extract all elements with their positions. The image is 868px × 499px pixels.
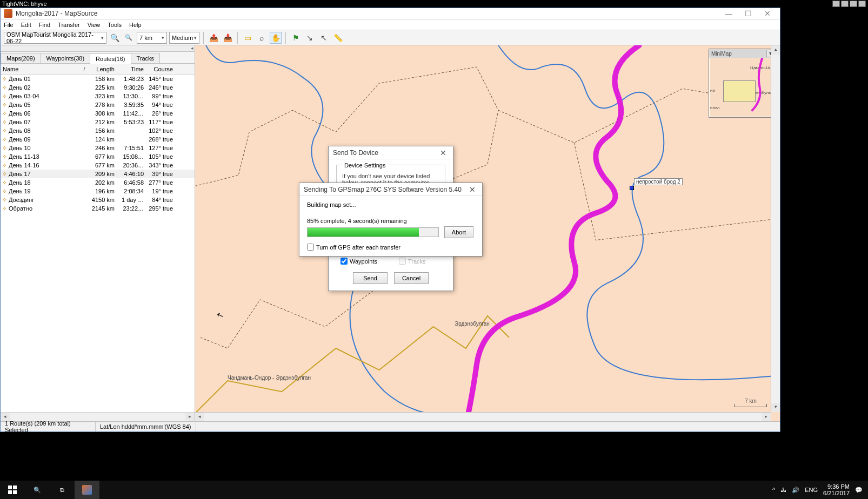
table-row[interactable]: ⟡Доездинг4150 km1 day …84° true bbox=[1, 195, 195, 204]
tab-tracks[interactable]: Tracks bbox=[131, 53, 161, 63]
vnc-restore-button[interactable] bbox=[850, 1, 857, 7]
table-row[interactable]: ⟡День 19196 km2:08:3419° true bbox=[1, 187, 195, 195]
waypoint-marker-icon[interactable] bbox=[630, 186, 634, 190]
table-row[interactable]: ⟡День 03-04323 km13:30…99° true bbox=[1, 92, 195, 100]
vnc-close-button[interactable] bbox=[858, 1, 866, 7]
map-canvas bbox=[195, 45, 780, 421]
table-row[interactable]: ⟡День 05278 km3:59:3594° true bbox=[1, 100, 195, 109]
statusbar: 1 Route(s) (209 km total) Selected Lat/L… bbox=[1, 421, 780, 431]
status-selection: 1 Route(s) (209 km total) Selected bbox=[1, 422, 96, 431]
taskbar-app-mapsource[interactable] bbox=[75, 481, 99, 499]
table-row[interactable]: ⟡День 09124 km268° true bbox=[1, 135, 195, 144]
map-vscroll[interactable]: ▴▾ bbox=[771, 45, 780, 412]
sidebar-tabs: Maps(209) Waypoints(38) Routes(16) Track… bbox=[1, 52, 195, 64]
tray-expand-icon[interactable]: ^ bbox=[772, 487, 775, 493]
dlg-device-title: Send To Device bbox=[333, 149, 378, 157]
tray-volume-icon[interactable]: 🔊 bbox=[792, 487, 799, 494]
waypoints-checkbox[interactable]: Waypoints bbox=[340, 258, 377, 265]
col-name[interactable]: Name bbox=[3, 66, 81, 72]
zoom-tool-button[interactable]: ⌕ bbox=[256, 32, 268, 44]
minimap-body[interactable]: Цагаан-Uup Эрдэнэбулган нэ инэл bbox=[709, 58, 776, 117]
menu-file[interactable]: File bbox=[4, 22, 14, 28]
app-title: Mongolia-2017 - MapSource bbox=[16, 10, 97, 17]
send-to-device-button[interactable]: 📤 bbox=[208, 32, 219, 44]
windows-taskbar: 🔍 ⧉ ^ 🖧 🔊 ENG 9:36 PM 6/21/2017 💬 bbox=[0, 481, 868, 499]
dlg-device-close-button[interactable]: ✕ bbox=[438, 149, 449, 157]
table-row[interactable]: ⟡День 10246 km7:15:51127° true bbox=[1, 144, 195, 152]
map-hscroll[interactable]: ◂▸ bbox=[195, 412, 771, 421]
remote-desktop-blank bbox=[781, 8, 868, 432]
zoom-out-button[interactable]: 🔍 bbox=[123, 32, 135, 44]
scroll-right-arrow-icon[interactable]: ▸ bbox=[185, 413, 195, 422]
app-titlebar: Mongolia-2017 - MapSource — ☐ ✕ bbox=[1, 8, 780, 19]
measure-tool-button[interactable]: 📏 bbox=[332, 32, 344, 44]
scale-select[interactable]: 7 km bbox=[137, 32, 167, 44]
tray-network-icon[interactable]: 🖧 bbox=[780, 487, 786, 493]
start-button[interactable] bbox=[0, 481, 25, 499]
receive-from-device-button[interactable]: 📥 bbox=[222, 32, 233, 44]
toolbar: OSM MapTourist Mongolia 2017-06-22 🔍 🔍 7… bbox=[1, 30, 780, 45]
menu-edit[interactable]: Edit bbox=[21, 22, 31, 28]
col-length[interactable]: Length bbox=[88, 66, 115, 72]
tray-notifications-icon[interactable]: 💬 bbox=[855, 487, 863, 494]
turn-off-gps-checkbox[interactable]: Turn off GPS after each transfer bbox=[307, 244, 475, 251]
table-row[interactable]: ⟡День 17209 km4:46:1039° true bbox=[1, 170, 195, 178]
tray-clock[interactable]: 9:36 PM 6/21/2017 bbox=[823, 483, 850, 496]
sidebar: ◂ Maps(209) Waypoints(38) Routes(16) Tra… bbox=[1, 45, 195, 421]
map-label-town: Эрдэнэбулган bbox=[455, 321, 490, 327]
vnc-titlebar: TightVNC: bhyve bbox=[0, 0, 868, 8]
abort-button[interactable]: Abort bbox=[444, 226, 473, 238]
table-row[interactable]: ⟡День 08156 km102° true bbox=[1, 126, 195, 135]
search-taskbar-button[interactable]: 🔍 bbox=[25, 481, 50, 499]
svg-rect-0 bbox=[8, 485, 12, 489]
detail-select[interactable]: Medium bbox=[169, 32, 199, 44]
task-view-button[interactable]: ⧉ bbox=[50, 481, 75, 499]
send-button[interactable]: Send bbox=[353, 272, 388, 284]
zoom-in-button[interactable]: 🔍 bbox=[109, 32, 121, 44]
menu-tools[interactable]: Tools bbox=[108, 22, 122, 28]
progress-task-text: Building map set... bbox=[307, 201, 475, 208]
minimize-button[interactable]: — bbox=[722, 9, 736, 18]
arrow-tool-button[interactable]: ↖ bbox=[318, 32, 330, 44]
svg-rect-1 bbox=[13, 485, 17, 489]
menu-transfer[interactable]: Transfer bbox=[58, 22, 80, 28]
vnc-maximize-button[interactable] bbox=[841, 1, 849, 7]
table-row[interactable]: ⟡День 06308 km11:42…26° true bbox=[1, 109, 195, 118]
hand-tool-button[interactable]: ✋ bbox=[270, 32, 282, 44]
waypoint-tool-button[interactable]: ⚑ bbox=[290, 32, 302, 44]
map-product-select[interactable]: OSM MapTourist Mongolia 2017-06-22 bbox=[4, 32, 106, 44]
svg-rect-2 bbox=[8, 490, 12, 494]
map-pane[interactable]: Эрдэнэбулган Чандмань-Ондор - Эрдэнэбулг… bbox=[195, 45, 780, 421]
table-row[interactable]: ⟡День 01158 km1:48:23145° true bbox=[1, 75, 195, 83]
minimap-panel[interactable]: MiniMap ▾ Цагаан-Uup Эрдэнэбулган нэ инэ… bbox=[709, 49, 777, 118]
col-time[interactable]: Time bbox=[115, 66, 144, 72]
vnc-title: TightVNC: bhyve bbox=[2, 1, 47, 7]
col-sort-indicator: / bbox=[81, 66, 88, 72]
tray-language[interactable]: ENG bbox=[805, 487, 818, 493]
tab-waypoints[interactable]: Waypoints(38) bbox=[41, 53, 91, 63]
table-row[interactable]: ⟡День 18202 km6:46:58277° true bbox=[1, 178, 195, 187]
route-tool-button[interactable]: ↘ bbox=[304, 32, 316, 44]
table-row[interactable]: ⟡День 07212 km5:53:23117° true bbox=[1, 118, 195, 126]
grid-body[interactable]: ⟡День 01158 km1:48:23145° true⟡День 0222… bbox=[1, 75, 195, 412]
table-row[interactable]: ⟡День 14-16677 km20:36…343° true bbox=[1, 161, 195, 170]
maximize-button[interactable]: ☐ bbox=[741, 9, 755, 18]
vnc-minimize-button[interactable] bbox=[832, 1, 840, 7]
minimap-title: MiniMap bbox=[711, 51, 732, 57]
col-course[interactable]: Course bbox=[144, 66, 176, 72]
table-row[interactable]: ⟡Обратно2145 km23:22…295° true bbox=[1, 204, 195, 213]
close-button[interactable]: ✕ bbox=[760, 9, 774, 18]
tab-routes[interactable]: Routes(16) bbox=[90, 53, 131, 64]
dlg-progress-close-button[interactable]: ✕ bbox=[467, 185, 478, 194]
tab-maps[interactable]: Maps(209) bbox=[1, 53, 41, 63]
table-row[interactable]: ⟡День 11-13677 km15:08…105° true bbox=[1, 152, 195, 161]
menu-view[interactable]: View bbox=[88, 22, 101, 28]
cancel-button[interactable]: Cancel bbox=[394, 272, 429, 284]
sidebar-collapse-handle[interactable]: ◂ bbox=[1, 45, 195, 52]
dlg-progress-title: Sending To GPSmap 276C SYS Software Vers… bbox=[304, 186, 462, 193]
menu-find[interactable]: Find bbox=[39, 22, 50, 28]
table-row[interactable]: ⟡День 02225 km9:30:26246° true bbox=[1, 83, 195, 92]
menu-help[interactable]: Help bbox=[129, 22, 142, 28]
map-scale: 7 km bbox=[735, 398, 767, 407]
selection-tool-button[interactable]: ▭ bbox=[242, 32, 253, 44]
